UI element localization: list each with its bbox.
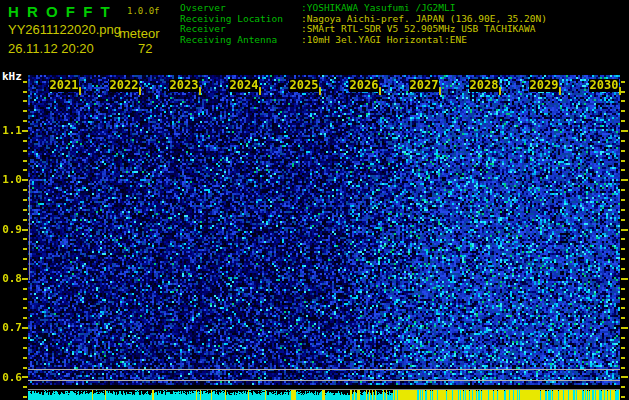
freq-tick-mark [22, 130, 28, 132]
time-tick-mark [79, 87, 81, 95]
echo-count: 72 [138, 41, 152, 56]
freq-tick-mark [621, 357, 625, 359]
time-tick-label: 2021 [49, 79, 79, 92]
time-tick-mark [319, 87, 321, 95]
freq-tick-mark [23, 140, 27, 142]
freq-tick-mark [22, 278, 28, 280]
time-tick-mark [379, 87, 381, 95]
freq-tick-mark [23, 160, 27, 162]
freq-tick-mark [621, 120, 625, 122]
freq-tick-mark [621, 367, 625, 369]
app-title: H R O F F T [8, 3, 112, 20]
mode-label: meteor [119, 26, 159, 41]
time-tick-mark [199, 87, 201, 95]
info-label: Receiving Antenna [180, 35, 301, 46]
freq-tick-mark [23, 258, 27, 260]
time-tick-label: 2023 [169, 79, 199, 92]
hrofft-window: H R O F F T 1.0.0f YY2611122020.png mete… [0, 0, 629, 400]
time-tick-mark [499, 87, 501, 95]
vertical-scale-line [29, 180, 30, 280]
freq-tick-mark [621, 238, 625, 240]
freq-tick-mark [621, 110, 625, 112]
freq-tick-mark [23, 357, 27, 359]
freq-tick-mark [23, 386, 27, 388]
freq-tick-mark [23, 268, 27, 270]
info-value: :Nagoya Aichi-pref. JAPAN (136.90E, 35.2… [301, 13, 547, 24]
freq-tick-mark [621, 268, 625, 270]
time-tick-label: 2022 [109, 79, 139, 92]
freq-tick-mark [22, 327, 28, 329]
freq-tick-mark [621, 209, 625, 211]
freq-tick-mark [23, 248, 27, 250]
freq-tick-mark [621, 189, 625, 191]
freq-tick-mark [23, 219, 27, 221]
freq-tick-mark [22, 229, 28, 231]
freq-tick-mark [621, 81, 625, 83]
freq-tick-mark [23, 238, 27, 240]
time-tick-mark [139, 87, 141, 95]
observation-info: Ovserver:YOSHIKAWA Yasufumi /JG2MLIRecei… [180, 3, 547, 45]
freq-tick-mark [23, 288, 27, 290]
frequency-axis-unit: kHz [2, 70, 22, 83]
freq-tick-mark [23, 337, 27, 339]
freq-tick-label: 0.9 [0, 224, 22, 235]
freq-tick-mark [23, 110, 27, 112]
freq-tick-mark [621, 347, 625, 349]
time-tick-mark [559, 87, 561, 95]
freq-tick-mark [621, 337, 625, 339]
app-version: 1.0.0f [127, 6, 160, 16]
freq-tick-mark [23, 199, 27, 201]
freq-tick-mark [621, 386, 625, 388]
freq-tick-mark [22, 376, 28, 378]
freq-tick-mark [621, 288, 625, 290]
freq-tick-mark [23, 120, 27, 122]
freq-tick-mark [23, 81, 27, 83]
freq-tick-mark [22, 179, 28, 181]
info-value: :SMArt RTL-SDR V5 52.905MHz USB TACHIKAW… [301, 23, 536, 34]
freq-tick-mark [621, 278, 628, 280]
freq-tick-mark [621, 100, 625, 102]
freq-tick-mark [23, 307, 27, 309]
time-tick-label: 2030 [589, 79, 619, 92]
info-value: :10mH 3el.YAGI Horizontal:ENE [301, 34, 467, 45]
freq-tick-mark [23, 298, 27, 300]
time-tick-label: 2025 [289, 79, 319, 92]
info-label: Ovserver [180, 3, 301, 14]
time-tick-label: 2027 [409, 79, 439, 92]
freq-tick-mark [621, 91, 625, 93]
info-row: Receiving Antenna:10mH 3el.YAGI Horizont… [180, 35, 547, 46]
observation-timestamp: 26.11.12 20:20 [8, 41, 94, 56]
reference-line-upper [28, 369, 620, 370]
freq-tick-label: 0.6 [0, 372, 22, 383]
freq-tick-label: 0.7 [0, 322, 22, 333]
freq-tick-mark [621, 160, 625, 162]
freq-tick-mark [621, 140, 625, 142]
freq-tick-mark [23, 189, 27, 191]
output-filename: YY2611122020.png [8, 22, 121, 37]
freq-tick-mark [23, 91, 27, 93]
time-tick-label: 2028 [469, 79, 499, 92]
freq-tick-mark [621, 298, 625, 300]
freq-tick-mark [23, 396, 27, 398]
freq-tick-label: 1.0 [0, 174, 22, 185]
freq-tick-mark [23, 150, 27, 152]
info-label: Receiver [180, 24, 301, 35]
time-tick-label: 2029 [529, 79, 559, 92]
freq-tick-mark [621, 307, 625, 309]
freq-tick-mark [23, 367, 27, 369]
freq-tick-mark [621, 150, 625, 152]
freq-tick-mark [23, 317, 27, 319]
time-tick-label: 2024 [229, 79, 259, 92]
freq-tick-mark [621, 229, 628, 231]
time-tick-mark [439, 87, 441, 95]
freq-tick-mark [23, 347, 27, 349]
freq-tick-mark [621, 317, 625, 319]
freq-tick-mark [621, 169, 625, 171]
freq-tick-mark [621, 219, 625, 221]
freq-tick-label: 1.1 [0, 125, 22, 136]
freq-tick-mark [621, 327, 628, 329]
time-tick-label: 2026 [349, 79, 379, 92]
freq-tick-mark [621, 258, 625, 260]
signal-band-baseline [28, 389, 620, 390]
freq-tick-mark [621, 248, 625, 250]
